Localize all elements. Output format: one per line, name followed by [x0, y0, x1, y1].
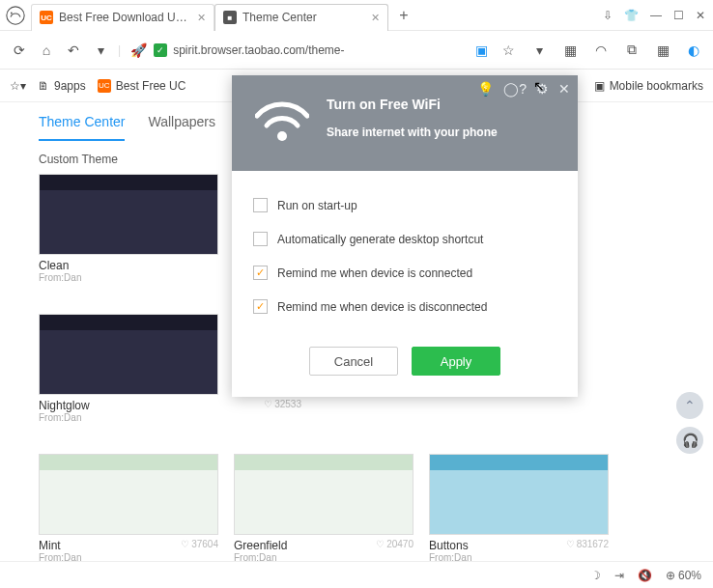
theme-card[interactable]: CleanFrom:Dan — [39, 174, 218, 283]
help-icon[interactable]: ◯? — [503, 81, 527, 97]
status-bar: ☽ ⇥ 🔇 ⊕ 60% — [0, 561, 713, 588]
new-tab-button[interactable]: + — [392, 7, 415, 24]
bulb-icon[interactable]: 💡 — [477, 81, 494, 97]
wardrobe-icon[interactable]: 👕 — [624, 9, 639, 22]
reload-icon[interactable]: ⟳ — [10, 41, 29, 60]
tab-title: Theme Center — [242, 11, 365, 24]
apps-icon[interactable]: ▦ — [653, 41, 672, 60]
checkbox-icon[interactable] — [253, 266, 268, 280]
bookmark-item[interactable]: 🗎 9apps — [38, 79, 86, 93]
checkbox-icon[interactable] — [253, 198, 268, 212]
address-bar[interactable]: spirit.browser.taobao.com/theme- — [173, 43, 466, 57]
floating-actions: ⌃ 🎧 — [676, 392, 703, 454]
secure-icon: ✓ — [154, 43, 167, 57]
browser-tab-active[interactable]: ■ Theme Center ✕ — [214, 4, 388, 31]
support-button[interactable]: 🎧 — [676, 427, 703, 454]
night-mode-icon[interactable]: ☽ — [590, 569, 601, 582]
maximize-icon[interactable]: ☐ — [673, 9, 684, 22]
app-logo-icon — [0, 0, 31, 31]
theme-card[interactable]: NightglowFrom:Dan — [39, 314, 218, 423]
theme-card[interactable]: MintFrom:Dan♡ 37604 — [39, 454, 218, 561]
history-dropdown-icon[interactable]: ▾ — [91, 41, 110, 60]
wifi-icon[interactable]: ◠ — [591, 41, 611, 60]
theme-card[interactable]: GreenfieldFrom:Dan♡ 20470 — [234, 454, 414, 561]
option-startup[interactable]: Run on start-up — [253, 188, 556, 222]
star-icon[interactable]: ☆ — [499, 41, 518, 60]
tab-theme-center[interactable]: Theme Center — [39, 114, 125, 141]
chevron-down-icon[interactable]: ▾ — [529, 41, 549, 60]
navigation-toolbar: ⟳ ⌂ ↶ ▾ | 🚀 ✓ spirit.browser.taobao.com/… — [0, 31, 713, 70]
crop-icon[interactable]: ⧉ — [622, 41, 642, 60]
theme-card[interactable]: ButtonsFrom:Dan♡ 831672 — [429, 454, 609, 561]
checkbox-icon[interactable] — [253, 232, 268, 246]
minimize-icon[interactable]: — — [650, 9, 662, 22]
zoom-control[interactable]: ⊕ 60% — [666, 569, 701, 582]
wifi-settings-dialog: 💡 ◯? ⚙ ✕ ↖ Turn on Free WiFi Share inter… — [232, 75, 578, 397]
close-window-icon[interactable]: ✕ — [696, 9, 705, 22]
option-shortcut[interactable]: Automatically generate desktop shortcut — [253, 222, 556, 256]
title-bar: UC Best Free Download UC Brow ✕ ■ Theme … — [0, 0, 713, 31]
downloads-icon[interactable]: ⇥ — [614, 569, 624, 582]
svg-point-0 — [7, 6, 24, 23]
extensions-icon[interactable]: ▦ — [560, 41, 580, 60]
apply-button[interactable]: Apply — [412, 347, 500, 376]
mute-icon[interactable]: 🔇 — [638, 569, 652, 582]
tab-title: Best Free Download UC Brow — [59, 11, 191, 24]
checkbox-icon[interactable] — [253, 299, 268, 314]
back-icon[interactable]: ↶ — [64, 41, 83, 60]
rocket-icon[interactable]: 🚀 — [128, 41, 148, 60]
svg-point-2 — [277, 131, 287, 141]
download-icon[interactable]: ⇩ — [603, 9, 613, 22]
option-remind-connected[interactable]: Remind me when device is connected — [253, 256, 556, 290]
tab-favicon: UC — [40, 11, 53, 24]
scan-icon[interactable]: ▣ — [471, 41, 491, 60]
cursor-icon: ↖ — [533, 78, 545, 94]
cancel-button[interactable]: Cancel — [309, 347, 398, 376]
svg-point-1 — [11, 12, 13, 14]
close-icon[interactable]: ✕ — [558, 81, 570, 97]
bookmark-item[interactable]: UC Best Free UC — [98, 79, 186, 93]
tab-favicon: ■ — [223, 11, 237, 24]
scroll-top-button[interactable]: ⌃ — [676, 392, 703, 419]
wifi-icon — [255, 100, 309, 146]
tab-close-icon[interactable]: ✕ — [371, 12, 380, 24]
tab-wallpapers[interactable]: Wallpapers — [148, 114, 215, 141]
option-remind-disconnected[interactable]: Remind me when device is disconnected — [253, 290, 556, 323]
bookmark-folder-icon[interactable]: ☆▾ — [10, 79, 26, 93]
mobile-bookmarks[interactable]: ▣ Mobile bookmarks — [594, 79, 703, 93]
home-icon[interactable]: ⌂ — [37, 41, 56, 60]
tab-close-icon[interactable]: ✕ — [197, 12, 206, 24]
sync-icon[interactable]: ◐ — [684, 41, 703, 60]
browser-tab[interactable]: UC Best Free Download UC Brow ✕ — [31, 4, 214, 31]
